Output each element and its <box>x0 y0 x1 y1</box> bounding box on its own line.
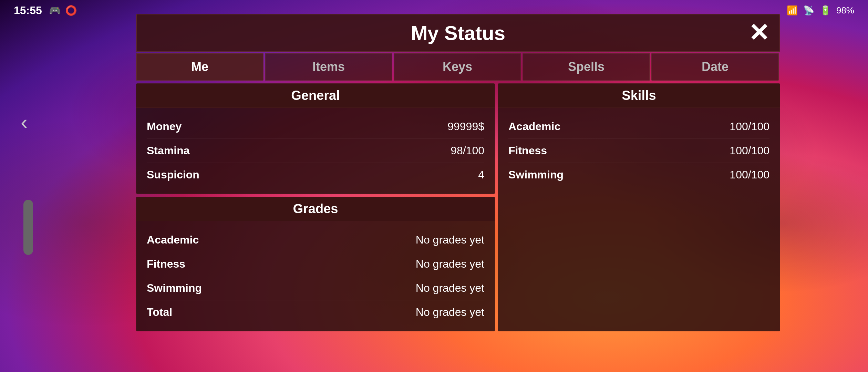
grade-label-fitness: Fitness <box>147 258 185 270</box>
scrollbar[interactable] <box>23 200 33 255</box>
grade-label-academic: Academic <box>147 234 199 246</box>
stat-row-stamina: Stamina 98/100 <box>147 139 484 163</box>
skill-value-fitness: 100/100 <box>730 144 769 157</box>
skill-label-fitness: Fitness <box>508 144 547 157</box>
right-column: Skills Academic 100/100 Fitness 100/100 … <box>498 83 780 331</box>
stat-label-stamina: Stamina <box>147 144 189 157</box>
grade-row-total: Total No grades yet <box>147 300 484 324</box>
tab-spells[interactable]: Spells <box>523 53 650 81</box>
grade-value-total: No grades yet <box>416 306 484 319</box>
content-area: General Money 99999$ Stamina 98/100 Susp… <box>136 83 780 331</box>
close-button[interactable]: ✕ <box>748 20 769 45</box>
general-section: General Money 99999$ Stamina 98/100 Susp… <box>136 83 495 194</box>
github-icon: ⭕ <box>65 5 77 16</box>
grade-value-swimming: No grades yet <box>416 282 484 294</box>
grade-row-swimming: Swimming No grades yet <box>147 276 484 300</box>
skills-body: Academic 100/100 Fitness 100/100 Swimmin… <box>498 108 780 194</box>
tab-me[interactable]: Me <box>136 53 264 81</box>
battery-icon: 🔋 <box>820 5 831 16</box>
grade-value-academic: No grades yet <box>416 234 484 246</box>
tabs: Me Items Keys Spells Date <box>136 53 780 81</box>
modal: My Status ✕ Me Items Keys Spells Date Ge… <box>136 14 780 331</box>
grade-row-academic: Academic No grades yet <box>147 228 484 252</box>
skill-row-academic: Academic 100/100 <box>508 115 769 139</box>
stat-row-suspicion: Suspicion 4 <box>147 163 484 187</box>
skill-value-swimming: 100/100 <box>730 168 769 181</box>
stat-value-suspicion: 4 <box>478 168 484 181</box>
tab-date[interactable]: Date <box>651 53 779 81</box>
grades-header: Grades <box>136 197 495 221</box>
grades-body: Academic No grades yet Fitness No grades… <box>136 221 495 331</box>
skill-row-fitness: Fitness 100/100 <box>508 139 769 163</box>
grade-row-fitness: Fitness No grades yet <box>147 252 484 276</box>
skill-row-swimming: Swimming 100/100 <box>508 163 769 187</box>
general-body: Money 99999$ Stamina 98/100 Suspicion 4 <box>136 108 495 194</box>
battery-percent: 98% <box>836 5 854 16</box>
status-bar-right: 📶 📡 🔋 98% <box>787 5 854 16</box>
grades-section: Grades Academic No grades yet Fitness No… <box>136 197 495 331</box>
status-icons: 🎮 ⭕ <box>49 5 77 16</box>
back-arrow[interactable]: ‹ <box>21 110 28 134</box>
signal-icon: 📡 <box>803 5 814 16</box>
skill-label-swimming: Swimming <box>508 168 564 181</box>
status-bar: 15:55 🎮 ⭕ 📶 📡 🔋 98% <box>0 0 868 21</box>
skills-section: Skills Academic 100/100 Fitness 100/100 … <box>498 83 780 331</box>
tab-keys[interactable]: Keys <box>394 53 521 81</box>
stat-value-stamina: 98/100 <box>451 144 484 157</box>
skill-label-academic: Academic <box>508 120 560 133</box>
stat-label-money: Money <box>147 120 182 133</box>
stat-label-suspicion: Suspicion <box>147 168 199 181</box>
grade-label-total: Total <box>147 306 172 319</box>
grade-label-swimming: Swimming <box>147 282 202 294</box>
skills-header: Skills <box>498 84 780 108</box>
general-header: General <box>136 84 495 108</box>
left-column: General Money 99999$ Stamina 98/100 Susp… <box>136 83 495 331</box>
tab-items[interactable]: Items <box>265 53 392 81</box>
wifi-icon: 📶 <box>787 5 798 16</box>
status-time: 15:55 <box>14 4 42 17</box>
status-bar-left: 15:55 🎮 ⭕ <box>14 4 77 17</box>
stat-value-money: 99999$ <box>447 120 484 133</box>
modal-title: My Status <box>411 21 505 44</box>
discord-icon: 🎮 <box>49 5 61 16</box>
skill-value-academic: 100/100 <box>730 120 769 133</box>
stat-row-money: Money 99999$ <box>147 115 484 139</box>
grade-value-fitness: No grades yet <box>416 258 484 270</box>
